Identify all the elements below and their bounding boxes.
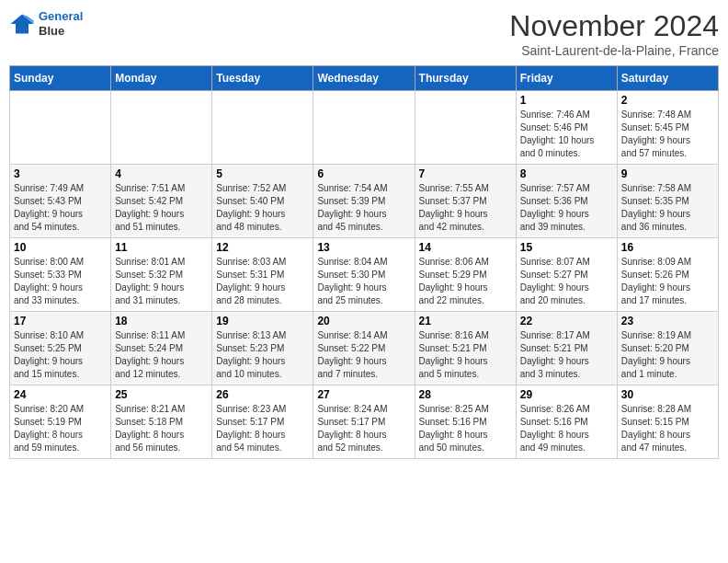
calendar-week-row: 10Sunrise: 8:00 AM Sunset: 5:33 PM Dayli…	[10, 238, 719, 312]
calendar-day-cell: 9Sunrise: 7:58 AM Sunset: 5:35 PM Daylig…	[617, 165, 718, 238]
calendar-day-cell: 4Sunrise: 7:51 AM Sunset: 5:42 PM Daylig…	[111, 165, 212, 238]
calendar-day-cell: 13Sunrise: 8:04 AM Sunset: 5:30 PM Dayli…	[313, 238, 415, 312]
day-number: 17	[14, 315, 107, 327]
day-info: Sunrise: 8:13 AM Sunset: 5:23 PM Dayligh…	[216, 329, 309, 381]
calendar-day-cell	[10, 91, 111, 165]
day-header-thursday: Thursday	[415, 66, 516, 91]
calendar-day-cell: 7Sunrise: 7:55 AM Sunset: 5:37 PM Daylig…	[415, 165, 516, 238]
calendar-week-row: 17Sunrise: 8:10 AM Sunset: 5:25 PM Dayli…	[10, 312, 719, 385]
day-number: 18	[115, 315, 208, 327]
day-number: 2	[621, 94, 714, 107]
calendar-day-cell: 12Sunrise: 8:03 AM Sunset: 5:31 PM Dayli…	[212, 238, 313, 312]
day-header-wednesday: Wednesday	[313, 66, 415, 91]
calendar-day-cell	[415, 91, 516, 165]
calendar-day-cell: 16Sunrise: 8:09 AM Sunset: 5:26 PM Dayli…	[617, 238, 718, 312]
day-number: 1	[520, 94, 613, 107]
day-info: Sunrise: 8:06 AM Sunset: 5:29 PM Dayligh…	[419, 256, 512, 307]
day-header-friday: Friday	[516, 66, 617, 91]
calendar-day-cell: 15Sunrise: 8:07 AM Sunset: 5:27 PM Dayli…	[516, 238, 617, 312]
day-number: 20	[317, 315, 410, 327]
day-number: 30	[621, 388, 714, 401]
day-info: Sunrise: 7:55 AM Sunset: 5:37 PM Dayligh…	[419, 182, 512, 234]
day-number: 23	[621, 315, 714, 327]
calendar-day-cell: 30Sunrise: 8:28 AM Sunset: 5:15 PM Dayli…	[617, 385, 718, 459]
calendar-day-cell: 1Sunrise: 7:46 AM Sunset: 5:46 PM Daylig…	[516, 91, 617, 165]
day-info: Sunrise: 8:20 AM Sunset: 5:19 PM Dayligh…	[14, 403, 107, 454]
calendar-day-cell: 26Sunrise: 8:23 AM Sunset: 5:17 PM Dayli…	[212, 385, 313, 459]
calendar-week-row: 24Sunrise: 8:20 AM Sunset: 5:19 PM Dayli…	[10, 385, 719, 459]
calendar-day-cell: 17Sunrise: 8:10 AM Sunset: 5:25 PM Dayli…	[10, 312, 111, 385]
day-number: 15	[520, 241, 613, 254]
day-number: 5	[216, 167, 309, 180]
calendar-day-cell	[313, 91, 415, 165]
day-number: 10	[14, 241, 107, 254]
day-info: Sunrise: 8:04 AM Sunset: 5:30 PM Dayligh…	[317, 256, 410, 307]
day-number: 4	[115, 167, 208, 180]
calendar-day-cell: 23Sunrise: 8:19 AM Sunset: 5:20 PM Dayli…	[617, 312, 718, 385]
day-info: Sunrise: 8:10 AM Sunset: 5:25 PM Dayligh…	[14, 329, 107, 381]
logo-icon	[9, 11, 35, 37]
day-info: Sunrise: 8:01 AM Sunset: 5:32 PM Dayligh…	[115, 256, 208, 307]
calendar-day-cell: 21Sunrise: 8:16 AM Sunset: 5:21 PM Dayli…	[415, 312, 516, 385]
day-info: Sunrise: 8:16 AM Sunset: 5:21 PM Dayligh…	[419, 329, 512, 381]
day-info: Sunrise: 8:11 AM Sunset: 5:24 PM Dayligh…	[115, 329, 208, 381]
day-info: Sunrise: 8:19 AM Sunset: 5:20 PM Dayligh…	[621, 329, 714, 381]
day-number: 19	[216, 315, 309, 327]
calendar-day-cell: 24Sunrise: 8:20 AM Sunset: 5:19 PM Dayli…	[10, 385, 111, 459]
day-info: Sunrise: 8:17 AM Sunset: 5:21 PM Dayligh…	[520, 329, 613, 381]
calendar-day-cell: 22Sunrise: 8:17 AM Sunset: 5:21 PM Dayli…	[516, 312, 617, 385]
day-number: 27	[317, 388, 410, 401]
calendar-week-row: 3Sunrise: 7:49 AM Sunset: 5:43 PM Daylig…	[10, 165, 719, 238]
calendar-day-cell: 18Sunrise: 8:11 AM Sunset: 5:24 PM Dayli…	[111, 312, 212, 385]
day-number: 8	[520, 167, 613, 180]
day-number: 25	[115, 388, 208, 401]
calendar-header-row: SundayMondayTuesdayWednesdayThursdayFrid…	[10, 66, 719, 91]
calendar-day-cell: 10Sunrise: 8:00 AM Sunset: 5:33 PM Dayli…	[10, 238, 111, 312]
day-info: Sunrise: 8:23 AM Sunset: 5:17 PM Dayligh…	[216, 403, 309, 454]
day-info: Sunrise: 7:49 AM Sunset: 5:43 PM Dayligh…	[14, 182, 107, 234]
day-info: Sunrise: 8:24 AM Sunset: 5:17 PM Dayligh…	[317, 403, 410, 454]
day-info: Sunrise: 8:25 AM Sunset: 5:16 PM Dayligh…	[419, 403, 512, 454]
day-number: 7	[419, 167, 512, 180]
calendar-day-cell: 2Sunrise: 7:48 AM Sunset: 5:45 PM Daylig…	[617, 91, 718, 165]
day-number: 24	[14, 388, 107, 401]
calendar-week-row: 1Sunrise: 7:46 AM Sunset: 5:46 PM Daylig…	[10, 91, 719, 165]
day-number: 3	[14, 167, 107, 180]
day-number: 12	[216, 241, 309, 254]
calendar-day-cell: 5Sunrise: 7:52 AM Sunset: 5:40 PM Daylig…	[212, 165, 313, 238]
calendar-day-cell: 20Sunrise: 8:14 AM Sunset: 5:22 PM Dayli…	[313, 312, 415, 385]
calendar-day-cell: 28Sunrise: 8:25 AM Sunset: 5:16 PM Dayli…	[415, 385, 516, 459]
day-number: 13	[317, 241, 410, 254]
day-info: Sunrise: 8:14 AM Sunset: 5:22 PM Dayligh…	[317, 329, 410, 381]
day-info: Sunrise: 7:58 AM Sunset: 5:35 PM Dayligh…	[621, 182, 714, 234]
logo-text-blue: Blue	[39, 24, 64, 38]
calendar-day-cell: 11Sunrise: 8:01 AM Sunset: 5:32 PM Dayli…	[111, 238, 212, 312]
day-info: Sunrise: 7:57 AM Sunset: 5:36 PM Dayligh…	[520, 182, 613, 234]
calendar-table: SundayMondayTuesdayWednesdayThursdayFrid…	[9, 65, 719, 459]
day-info: Sunrise: 7:51 AM Sunset: 5:42 PM Dayligh…	[115, 182, 208, 234]
day-info: Sunrise: 8:09 AM Sunset: 5:26 PM Dayligh…	[621, 256, 714, 307]
day-number: 29	[520, 388, 613, 401]
calendar-day-cell: 29Sunrise: 8:26 AM Sunset: 5:16 PM Dayli…	[516, 385, 617, 459]
day-info: Sunrise: 8:00 AM Sunset: 5:33 PM Dayligh…	[14, 256, 107, 307]
month-title: November 2024	[509, 9, 719, 43]
day-number: 16	[621, 241, 714, 254]
header: General Blue November 2024 Saint-Laurent…	[9, 9, 719, 58]
day-number: 14	[419, 241, 512, 254]
day-header-sunday: Sunday	[10, 66, 111, 91]
title-area: November 2024 Saint-Laurent-de-la-Plaine…	[509, 9, 719, 58]
calendar-day-cell: 8Sunrise: 7:57 AM Sunset: 5:36 PM Daylig…	[516, 165, 617, 238]
calendar-day-cell: 27Sunrise: 8:24 AM Sunset: 5:17 PM Dayli…	[313, 385, 415, 459]
day-info: Sunrise: 8:03 AM Sunset: 5:31 PM Dayligh…	[216, 256, 309, 307]
calendar-day-cell: 3Sunrise: 7:49 AM Sunset: 5:43 PM Daylig…	[10, 165, 111, 238]
day-info: Sunrise: 8:21 AM Sunset: 5:18 PM Dayligh…	[115, 403, 208, 454]
day-info: Sunrise: 8:26 AM Sunset: 5:16 PM Dayligh…	[520, 403, 613, 454]
day-info: Sunrise: 7:54 AM Sunset: 5:39 PM Dayligh…	[317, 182, 410, 234]
day-number: 11	[115, 241, 208, 254]
day-number: 22	[520, 315, 613, 327]
day-number: 9	[621, 167, 714, 180]
day-info: Sunrise: 8:28 AM Sunset: 5:15 PM Dayligh…	[621, 403, 714, 454]
logo: General Blue	[9, 9, 83, 38]
location-subtitle: Saint-Laurent-de-la-Plaine, France	[509, 43, 719, 58]
calendar-day-cell: 25Sunrise: 8:21 AM Sunset: 5:18 PM Dayli…	[111, 385, 212, 459]
